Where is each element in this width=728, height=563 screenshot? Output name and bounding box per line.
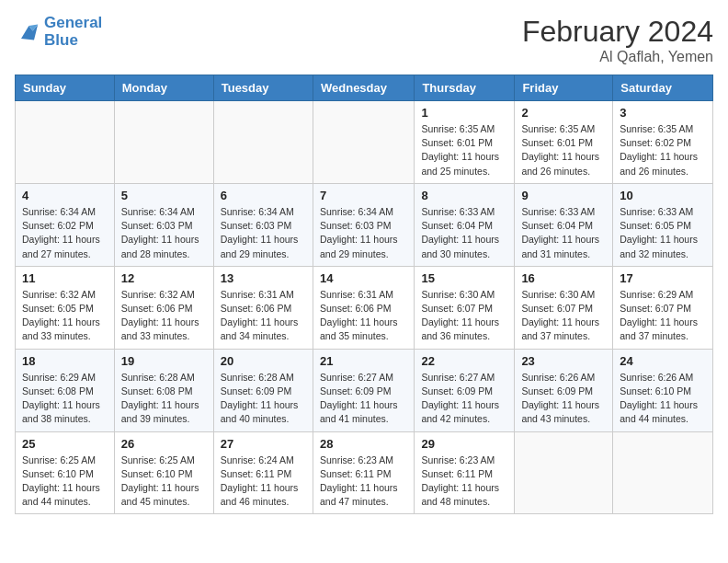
- day-info: Sunrise: 6:29 AMSunset: 6:07 PMDaylight:…: [620, 288, 706, 344]
- calendar-cell: 1Sunrise: 6:35 AMSunset: 6:01 PMDaylight…: [415, 101, 515, 184]
- day-number: 14: [320, 271, 407, 285]
- calendar-cell: 16Sunrise: 6:30 AMSunset: 6:07 PMDayligh…: [515, 266, 613, 349]
- day-info: Sunrise: 6:32 AMSunset: 6:05 PMDaylight:…: [22, 288, 108, 344]
- calendar-cell: 7Sunrise: 6:34 AMSunset: 6:03 PMDaylight…: [313, 183, 414, 266]
- calendar-cell: [313, 101, 414, 184]
- day-info: Sunrise: 6:31 AMSunset: 6:06 PMDaylight:…: [320, 288, 407, 344]
- day-number: 2: [521, 106, 606, 120]
- day-number: 15: [421, 271, 507, 285]
- day-info: Sunrise: 6:30 AMSunset: 6:07 PMDaylight:…: [421, 288, 507, 344]
- day-info: Sunrise: 6:27 AMSunset: 6:09 PMDaylight:…: [320, 371, 407, 427]
- day-info: Sunrise: 6:27 AMSunset: 6:09 PMDaylight:…: [421, 371, 507, 427]
- day-number: 22: [421, 354, 507, 368]
- day-info: Sunrise: 6:26 AMSunset: 6:10 PMDaylight:…: [620, 371, 706, 427]
- day-info: Sunrise: 6:33 AMSunset: 6:04 PMDaylight:…: [421, 205, 507, 261]
- location-subtitle: Al Qaflah, Yemen: [522, 49, 713, 65]
- calendar-week-row: 11Sunrise: 6:32 AMSunset: 6:05 PMDayligh…: [16, 266, 713, 349]
- day-number: 10: [620, 189, 706, 202]
- day-info: Sunrise: 6:24 AMSunset: 6:11 PMDaylight:…: [221, 454, 306, 510]
- title-block: February 2024 Al Qaflah, Yemen: [522, 15, 713, 65]
- calendar-cell: 24Sunrise: 6:26 AMSunset: 6:10 PMDayligh…: [613, 349, 713, 431]
- calendar-cell: 20Sunrise: 6:28 AMSunset: 6:09 PMDayligh…: [213, 349, 313, 431]
- day-info: Sunrise: 6:33 AMSunset: 6:04 PMDaylight:…: [521, 205, 606, 261]
- calendar-cell: 5Sunrise: 6:34 AMSunset: 6:03 PMDaylight…: [114, 183, 213, 266]
- calendar-cell: 26Sunrise: 6:25 AMSunset: 6:10 PMDayligh…: [114, 431, 213, 514]
- calendar-cell: 23Sunrise: 6:26 AMSunset: 6:09 PMDayligh…: [515, 349, 613, 431]
- calendar-cell: 6Sunrise: 6:34 AMSunset: 6:03 PMDaylight…: [213, 183, 313, 266]
- day-number: 26: [121, 437, 207, 451]
- calendar-cell: 17Sunrise: 6:29 AMSunset: 6:07 PMDayligh…: [613, 266, 713, 349]
- day-info: Sunrise: 6:28 AMSunset: 6:09 PMDaylight:…: [221, 371, 306, 427]
- day-info: Sunrise: 6:23 AMSunset: 6:11 PMDaylight:…: [421, 454, 507, 510]
- day-number: 16: [521, 271, 606, 285]
- day-number: 5: [121, 189, 207, 202]
- calendar-cell: 28Sunrise: 6:23 AMSunset: 6:11 PMDayligh…: [313, 431, 414, 514]
- day-info: Sunrise: 6:35 AMSunset: 6:02 PMDaylight:…: [620, 122, 706, 178]
- col-header-thursday: Thursday: [415, 75, 515, 101]
- calendar-week-row: 25Sunrise: 6:25 AMSunset: 6:10 PMDayligh…: [16, 431, 713, 514]
- day-number: 18: [22, 354, 108, 368]
- calendar-week-row: 1Sunrise: 6:35 AMSunset: 6:01 PMDaylight…: [16, 101, 713, 184]
- day-number: 12: [121, 271, 207, 285]
- day-info: Sunrise: 6:26 AMSunset: 6:09 PMDaylight:…: [521, 371, 606, 427]
- col-header-tuesday: Tuesday: [213, 75, 313, 101]
- calendar-cell: [16, 101, 115, 184]
- calendar-table: SundayMondayTuesdayWednesdayThursdayFrid…: [15, 75, 713, 514]
- day-number: 8: [421, 189, 507, 202]
- day-info: Sunrise: 6:33 AMSunset: 6:05 PMDaylight:…: [620, 205, 706, 261]
- calendar-cell: 29Sunrise: 6:23 AMSunset: 6:11 PMDayligh…: [415, 431, 515, 514]
- day-info: Sunrise: 6:28 AMSunset: 6:08 PMDaylight:…: [121, 371, 207, 427]
- calendar-week-row: 18Sunrise: 6:29 AMSunset: 6:08 PMDayligh…: [16, 349, 713, 431]
- logo: General Blue: [15, 15, 102, 49]
- day-number: 25: [22, 437, 108, 451]
- col-header-friday: Friday: [515, 75, 613, 101]
- calendar-cell: 21Sunrise: 6:27 AMSunset: 6:09 PMDayligh…: [313, 349, 414, 431]
- day-info: Sunrise: 6:30 AMSunset: 6:07 PMDaylight:…: [521, 288, 606, 344]
- day-number: 28: [320, 437, 407, 451]
- calendar-cell: 22Sunrise: 6:27 AMSunset: 6:09 PMDayligh…: [415, 349, 515, 431]
- day-number: 11: [22, 271, 108, 285]
- day-info: Sunrise: 6:25 AMSunset: 6:10 PMDaylight:…: [22, 454, 108, 510]
- day-number: 9: [521, 189, 606, 202]
- day-number: 6: [221, 189, 306, 202]
- calendar-header-row: SundayMondayTuesdayWednesdayThursdayFrid…: [16, 75, 713, 101]
- day-number: 7: [320, 189, 407, 202]
- calendar-cell: 10Sunrise: 6:33 AMSunset: 6:05 PMDayligh…: [613, 183, 713, 266]
- day-number: 27: [221, 437, 306, 451]
- calendar-cell: [515, 431, 613, 514]
- day-info: Sunrise: 6:35 AMSunset: 6:01 PMDaylight:…: [421, 122, 507, 178]
- day-number: 24: [620, 354, 706, 368]
- day-number: 13: [221, 271, 306, 285]
- calendar-cell: 9Sunrise: 6:33 AMSunset: 6:04 PMDaylight…: [515, 183, 613, 266]
- calendar-cell: 8Sunrise: 6:33 AMSunset: 6:04 PMDaylight…: [415, 183, 515, 266]
- col-header-sunday: Sunday: [16, 75, 115, 101]
- day-info: Sunrise: 6:29 AMSunset: 6:08 PMDaylight:…: [22, 371, 108, 427]
- calendar-cell: 19Sunrise: 6:28 AMSunset: 6:08 PMDayligh…: [114, 349, 213, 431]
- calendar-cell: 3Sunrise: 6:35 AMSunset: 6:02 PMDaylight…: [613, 101, 713, 184]
- calendar-cell: 15Sunrise: 6:30 AMSunset: 6:07 PMDayligh…: [415, 266, 515, 349]
- day-info: Sunrise: 6:23 AMSunset: 6:11 PMDaylight:…: [320, 454, 407, 510]
- day-number: 20: [221, 354, 306, 368]
- day-number: 17: [620, 271, 706, 285]
- calendar-cell: 13Sunrise: 6:31 AMSunset: 6:06 PMDayligh…: [213, 266, 313, 349]
- day-number: 1: [421, 106, 507, 120]
- day-number: 29: [421, 437, 507, 451]
- day-info: Sunrise: 6:34 AMSunset: 6:02 PMDaylight:…: [22, 205, 108, 261]
- day-info: Sunrise: 6:25 AMSunset: 6:10 PMDaylight:…: [121, 454, 207, 510]
- calendar-cell: 14Sunrise: 6:31 AMSunset: 6:06 PMDayligh…: [313, 266, 414, 349]
- day-info: Sunrise: 6:31 AMSunset: 6:06 PMDaylight:…: [221, 288, 306, 344]
- logo-icon: [15, 19, 40, 45]
- calendar-cell: [613, 431, 713, 514]
- calendar-cell: [213, 101, 313, 184]
- day-info: Sunrise: 6:34 AMSunset: 6:03 PMDaylight:…: [121, 205, 207, 261]
- day-number: 3: [620, 106, 706, 120]
- day-number: 23: [521, 354, 606, 368]
- col-header-saturday: Saturday: [613, 75, 713, 101]
- col-header-wednesday: Wednesday: [313, 75, 414, 101]
- day-number: 19: [121, 354, 207, 368]
- day-number: 4: [22, 189, 108, 202]
- page-header: General Blue February 2024 Al Qaflah, Ye…: [15, 15, 713, 65]
- day-info: Sunrise: 6:35 AMSunset: 6:01 PMDaylight:…: [521, 122, 606, 178]
- col-header-monday: Monday: [114, 75, 213, 101]
- calendar-cell: [114, 101, 213, 184]
